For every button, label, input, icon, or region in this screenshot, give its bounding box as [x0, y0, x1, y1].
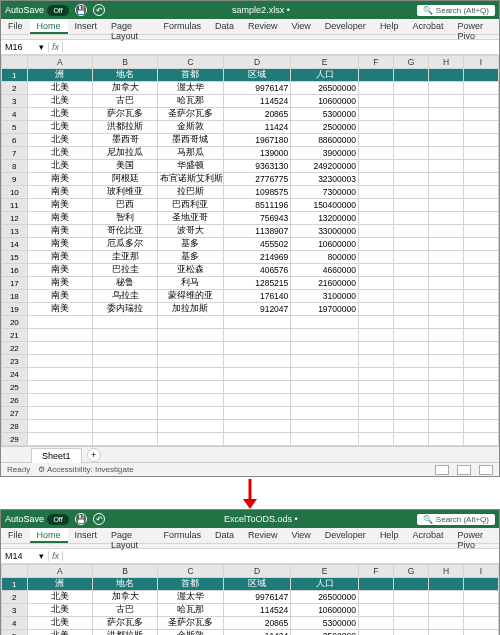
autosave-toggle[interactable]: AutoSave Off: [5, 514, 69, 525]
cell[interactable]: 1285215: [223, 277, 291, 290]
select-all[interactable]: [2, 56, 28, 69]
fx-icon[interactable]: fx: [49, 42, 63, 52]
cell[interactable]: 南美: [27, 277, 92, 290]
cell[interactable]: 4660000: [291, 264, 359, 277]
ribbon-tab-help[interactable]: Help: [373, 19, 406, 34]
save-icon[interactable]: 💾: [75, 513, 87, 525]
cell[interactable]: 圣萨尔瓦多: [158, 108, 223, 121]
cell[interactable]: 北美: [27, 147, 92, 160]
view-normal-icon[interactable]: [435, 465, 449, 475]
ribbon-tab-developer[interactable]: Developer: [318, 19, 373, 34]
row-header[interactable]: 17: [2, 277, 28, 290]
ribbon-tab-data[interactable]: Data: [208, 528, 241, 543]
row-header[interactable]: 3: [2, 95, 28, 108]
col-header-A[interactable]: A: [27, 56, 92, 69]
table-header-cell[interactable]: 洲: [27, 69, 92, 82]
row-header[interactable]: 5: [2, 121, 28, 134]
row-header[interactable]: 6: [2, 134, 28, 147]
cell[interactable]: 114524: [223, 604, 291, 617]
table-header-cell[interactable]: 地名: [92, 69, 157, 82]
cell[interactable]: 北美: [27, 160, 92, 173]
cell[interactable]: 北美: [27, 134, 92, 147]
cell[interactable]: 33000000: [291, 225, 359, 238]
row-header[interactable]: 24: [2, 368, 28, 381]
table-header-cell[interactable]: 人口: [291, 69, 359, 82]
new-sheet-button[interactable]: +: [87, 448, 101, 462]
row-header[interactable]: 25: [2, 381, 28, 394]
ribbon-tab-home[interactable]: Home: [30, 19, 68, 34]
cell[interactable]: 玻利维亚: [92, 186, 157, 199]
cell[interactable]: 7300000: [291, 186, 359, 199]
cell[interactable]: 南美: [27, 186, 92, 199]
row-header[interactable]: 10: [2, 186, 28, 199]
cell[interactable]: 圣地亚哥: [158, 212, 223, 225]
cell[interactable]: 北美: [27, 95, 92, 108]
cell[interactable]: 1138907: [223, 225, 291, 238]
cell[interactable]: 5300000: [291, 617, 359, 630]
ribbon-tab-help[interactable]: Help: [373, 528, 406, 543]
row-header[interactable]: 1: [2, 578, 28, 591]
row-header[interactable]: 2: [2, 591, 28, 604]
cell[interactable]: 26500000: [291, 591, 359, 604]
cell[interactable]: 北美: [27, 591, 92, 604]
cell[interactable]: 20865: [223, 617, 291, 630]
cell[interactable]: 哈瓦那: [158, 95, 223, 108]
cell[interactable]: 19700000: [291, 303, 359, 316]
cell[interactable]: 加拉加斯: [158, 303, 223, 316]
cell[interactable]: 南美: [27, 290, 92, 303]
table-header-cell[interactable]: 首都: [158, 69, 223, 82]
cell[interactable]: 厄瓜多尔: [92, 238, 157, 251]
cell[interactable]: 拉巴斯: [158, 186, 223, 199]
cell[interactable]: 萨尔瓦多: [92, 617, 157, 630]
ribbon-tab-view[interactable]: View: [284, 19, 317, 34]
cell[interactable]: 北美: [27, 108, 92, 121]
col-header-F[interactable]: F: [358, 56, 393, 69]
row-header[interactable]: 29: [2, 433, 28, 446]
cell[interactable]: 洪都拉斯: [92, 121, 157, 134]
fx-icon[interactable]: fx: [49, 551, 63, 561]
cell[interactable]: 176140: [223, 290, 291, 303]
cell[interactable]: 智利: [92, 212, 157, 225]
ribbon-tab-acrobat[interactable]: Acrobat: [405, 19, 450, 34]
cell[interactable]: 哥伦比亚: [92, 225, 157, 238]
view-break-icon[interactable]: [479, 465, 493, 475]
cell[interactable]: 10600000: [291, 95, 359, 108]
row-header[interactable]: 3: [2, 604, 28, 617]
table-header-cell[interactable]: 区域: [223, 578, 291, 591]
cell[interactable]: 1098575: [223, 186, 291, 199]
col-header-I[interactable]: I: [463, 565, 498, 578]
cell[interactable]: 800000: [291, 251, 359, 264]
table-header-cell[interactable]: 人口: [291, 578, 359, 591]
cell[interactable]: 美国: [92, 160, 157, 173]
cell[interactable]: 9976147: [223, 82, 291, 95]
cell[interactable]: 8511196: [223, 199, 291, 212]
cell[interactable]: 南美: [27, 238, 92, 251]
col-header-A[interactable]: A: [27, 565, 92, 578]
cell[interactable]: 阿根廷: [92, 173, 157, 186]
autosave-toggle[interactable]: AutoSave Off: [5, 5, 69, 16]
cell[interactable]: 13200000: [291, 212, 359, 225]
col-header-E[interactable]: E: [291, 56, 359, 69]
ribbon-tab-file[interactable]: File: [1, 19, 30, 34]
cell[interactable]: 金斯敦: [158, 630, 223, 636]
cell[interactable]: 巴西利亚: [158, 199, 223, 212]
row-header[interactable]: 5: [2, 630, 28, 636]
row-header[interactable]: 8: [2, 160, 28, 173]
table-header-cell[interactable]: 地名: [92, 578, 157, 591]
cell[interactable]: 114524: [223, 95, 291, 108]
ribbon-tab-view[interactable]: View: [284, 528, 317, 543]
cell[interactable]: 32300003: [291, 173, 359, 186]
cell[interactable]: 南美: [27, 212, 92, 225]
table-header-cell[interactable]: 洲: [27, 578, 92, 591]
ribbon-tab-review[interactable]: Review: [241, 19, 285, 34]
row-header[interactable]: 21: [2, 329, 28, 342]
cell[interactable]: 88600000: [291, 134, 359, 147]
col-header-H[interactable]: H: [428, 56, 463, 69]
cell[interactable]: 北美: [27, 121, 92, 134]
cell[interactable]: 圣萨尔瓦多: [158, 617, 223, 630]
save-icon[interactable]: 💾: [75, 4, 87, 16]
cell[interactable]: 马那瓜: [158, 147, 223, 160]
col-header-C[interactable]: C: [158, 565, 223, 578]
cell[interactable]: 基多: [158, 251, 223, 264]
sheet-tab[interactable]: Sheet1: [31, 448, 82, 463]
